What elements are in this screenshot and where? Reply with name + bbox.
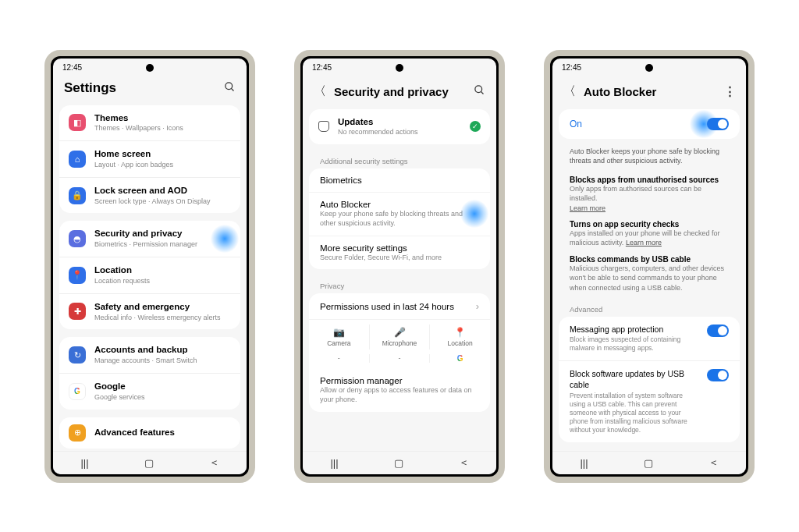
- section-privacy: Privacy: [309, 277, 490, 293]
- google-icon: G: [457, 354, 463, 363]
- nav-home[interactable]: ▢: [628, 454, 669, 472]
- status-time: 12:45: [562, 63, 581, 72]
- nav-back[interactable]: ＜: [194, 452, 235, 473]
- nav-recents[interactable]: |||: [564, 454, 603, 472]
- settings-item-lockscreen[interactable]: 🔒 Lock screen and AOD Screen lock type ·…: [59, 177, 240, 214]
- block-usb-updates-row[interactable]: Block software updates by USB cable Prev…: [559, 360, 740, 442]
- page-title: Auto Blocker: [584, 85, 716, 98]
- nav-bar: ||| ▢ ＜: [53, 451, 247, 474]
- status-time: 12:45: [312, 63, 332, 72]
- back-icon[interactable]: 〈: [563, 83, 576, 100]
- nav-home[interactable]: ▢: [378, 454, 419, 472]
- microphone-icon: 🎤: [370, 327, 430, 338]
- settings-item-home[interactable]: ⌂ Home screen Layout · App icon badges: [59, 140, 240, 177]
- accounts-icon: ↻: [69, 346, 86, 364]
- nav-bar: ||| ▢ ＜: [552, 451, 746, 474]
- permission-manager-row[interactable]: Permission manager Allow or deny apps to…: [309, 369, 490, 411]
- autoblocker-content[interactable]: On Auto Blocker keeps your phone safe by…: [552, 109, 746, 451]
- messaging-toggle[interactable]: [707, 325, 729, 337]
- camera-cutout: [645, 64, 653, 72]
- learn-more-link[interactable]: Learn more: [626, 239, 662, 246]
- section-additional: Additional security settings: [309, 152, 490, 168]
- phone-settings: 12:45 Settings ◧ Themes Themes · Wallpap…: [44, 50, 255, 483]
- header: Settings: [53, 77, 247, 105]
- camera-cutout: [396, 64, 403, 72]
- themes-icon: ◧: [69, 114, 86, 131]
- settings-item-accounts[interactable]: ↻ Accounts and backup Manage accounts · …: [59, 337, 240, 373]
- phone-security: 12:45 〈 Security and privacy Updates No …: [294, 50, 505, 483]
- permission-values: - - G: [309, 351, 490, 369]
- more-icon[interactable]: ⋮: [724, 84, 735, 98]
- chevron-right-icon: ›: [476, 300, 479, 312]
- settings-item-advanced[interactable]: ⊕ Advanced features: [59, 417, 240, 449]
- nav-recents[interactable]: |||: [65, 454, 104, 472]
- check-icon: ✓: [470, 121, 481, 132]
- location-icon: 📍: [430, 327, 490, 338]
- emergency-icon: ✚: [69, 303, 86, 320]
- nav-back[interactable]: ＜: [443, 452, 485, 473]
- svg-point-2: [475, 86, 482, 93]
- status-time: 12:45: [62, 63, 82, 72]
- section-advanced: Advanced: [559, 300, 740, 317]
- shield-icon: ◓: [69, 230, 86, 247]
- master-toggle[interactable]: [707, 118, 729, 130]
- updates-icon: [318, 121, 329, 132]
- feature-usb-commands: Blocks commands by USB cable Malicious c…: [559, 255, 740, 300]
- learn-more-link[interactable]: Learn more: [570, 204, 605, 212]
- more-security-row[interactable]: More security settings Secure Folder, Se…: [309, 236, 490, 270]
- permission-summary: 📷 Camera 🎤 Microphone 📍 Location: [309, 319, 490, 351]
- security-content[interactable]: Updates No recommended actions ✓ Additio…: [303, 109, 496, 451]
- svg-point-0: [225, 82, 233, 89]
- nav-back[interactable]: ＜: [693, 452, 734, 473]
- updates-row[interactable]: Updates No recommended actions ✓: [309, 109, 490, 145]
- nav-recents[interactable]: |||: [314, 454, 353, 472]
- header: 〈 Security and privacy: [303, 77, 496, 109]
- page-title: Settings: [64, 80, 216, 96]
- svg-line-3: [481, 91, 483, 94]
- page-title: Security and privacy: [334, 85, 466, 98]
- permissions-24h-row[interactable]: Permissions used in last 24 hours ›: [309, 293, 490, 319]
- perm-microphone[interactable]: 🎤 Microphone: [370, 325, 431, 349]
- biometrics-row[interactable]: Biometrics: [309, 168, 490, 192]
- home-icon: ⌂: [69, 151, 86, 168]
- search-icon[interactable]: [224, 81, 236, 95]
- camera-icon: 📷: [309, 327, 369, 338]
- feature-security-checks: Turns on app security checks Apps instal…: [559, 220, 740, 255]
- autoblocker-row[interactable]: Auto Blocker Keep your phone safe by blo…: [309, 192, 490, 235]
- nav-bar: ||| ▢ ＜: [303, 451, 496, 474]
- settings-item-location[interactable]: 📍 Location Location requests: [59, 257, 240, 293]
- settings-item-themes[interactable]: ◧ Themes Themes · Wallpapers · Icons: [59, 105, 240, 141]
- location-icon: 📍: [69, 267, 86, 284]
- perm-camera[interactable]: 📷 Camera: [309, 325, 370, 349]
- master-toggle-row[interactable]: On: [559, 109, 740, 139]
- svg-line-1: [231, 88, 233, 90]
- settings-item-safety[interactable]: ✚ Safety and emergency Medical info · Wi…: [59, 293, 240, 330]
- description: Auto Blocker keeps your phone safe by bl…: [559, 147, 740, 176]
- camera-cutout: [146, 64, 154, 72]
- settings-item-security[interactable]: ◓ Security and privacy Biometrics · Perm…: [59, 221, 240, 257]
- google-icon: G: [69, 383, 86, 400]
- lock-icon: 🔒: [69, 187, 86, 204]
- usb-updates-toggle[interactable]: [707, 369, 729, 381]
- nav-home[interactable]: ▢: [129, 454, 169, 472]
- settings-item-google[interactable]: G Google Google services: [59, 373, 240, 410]
- settings-list[interactable]: ◧ Themes Themes · Wallpapers · Icons ⌂ H…: [53, 105, 247, 451]
- feature-unauth-sources: Blocks apps from unauthorised sources On…: [559, 176, 740, 220]
- messaging-protection-row[interactable]: Messaging app protection Block images su…: [559, 317, 740, 361]
- perm-location[interactable]: 📍 Location: [430, 325, 490, 349]
- advanced-icon: ⊕: [69, 424, 86, 442]
- on-label: On: [570, 119, 707, 129]
- back-icon[interactable]: 〈: [314, 83, 326, 100]
- search-icon[interactable]: [474, 84, 485, 98]
- phone-autoblocker: 12:45 〈 Auto Blocker ⋮ On Auto Blocker k…: [544, 50, 755, 483]
- header: 〈 Auto Blocker ⋮: [552, 77, 746, 109]
